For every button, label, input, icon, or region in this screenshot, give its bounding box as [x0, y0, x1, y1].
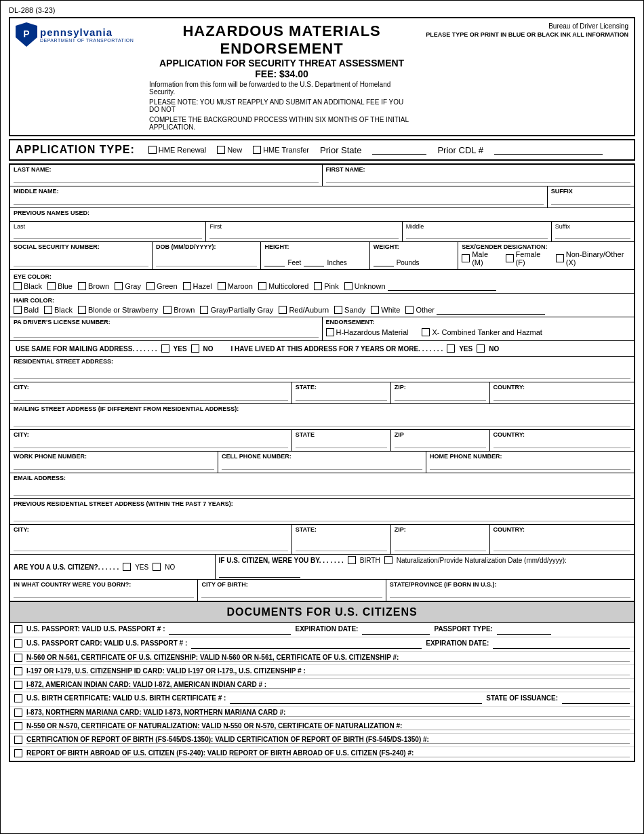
hair-black-checkbox[interactable] [44, 306, 52, 314]
endorsement-h-option[interactable]: H-Hazardous Material [326, 328, 409, 336]
dob-input[interactable] [156, 258, 257, 266]
citizen-no-checkbox[interactable] [153, 563, 161, 571]
eye-green-checkbox[interactable] [146, 282, 155, 290]
hair-sandy-checkbox[interactable] [334, 306, 342, 314]
hme-transfer-checkbox[interactable] [253, 146, 261, 154]
hair-other-field[interactable] [437, 305, 545, 315]
doc1-checkbox[interactable] [14, 625, 22, 633]
eye-unknown-option[interactable]: Unknown [344, 281, 496, 291]
eye-maroon-checkbox[interactable] [218, 282, 226, 290]
hair-red-checkbox[interactable] [279, 306, 287, 314]
male-checkbox[interactable] [462, 254, 470, 262]
hme-transfer-option[interactable]: HME Transfer [253, 146, 309, 154]
hair-white-option[interactable]: White [371, 306, 400, 314]
new-option[interactable]: New [217, 146, 242, 154]
eye-brown-checkbox[interactable] [78, 282, 86, 290]
mailing-yes-checkbox[interactable] [161, 344, 169, 353]
eye-gray-checkbox[interactable] [115, 282, 123, 290]
eye-maroon-option[interactable]: Maroon [218, 282, 253, 290]
naturalization-checkbox[interactable] [384, 556, 393, 564]
hair-bald-option[interactable]: Bald [14, 306, 39, 314]
hair-blonde-option[interactable]: Blonde or Strawberry [78, 306, 158, 314]
new-checkbox[interactable] [217, 146, 225, 154]
prev-city-input[interactable] [14, 542, 288, 551]
prev-middle-input[interactable] [406, 230, 548, 239]
lived-yes-checkbox[interactable] [447, 344, 455, 353]
eye-gray-option[interactable]: Gray [115, 282, 141, 290]
prev-country-input[interactable] [494, 542, 630, 551]
suffix-input[interactable] [551, 196, 630, 205]
doc10-checkbox[interactable] [14, 749, 22, 757]
hair-black-option[interactable]: Black [44, 306, 73, 314]
doc4-checkbox[interactable] [14, 667, 22, 675]
cell-phone-input[interactable] [222, 461, 422, 470]
doc1-exp-field[interactable] [362, 625, 430, 635]
hair-red-option[interactable]: Red/Auburn [279, 306, 329, 314]
eye-multicolored-option[interactable]: Multicolored [258, 282, 308, 290]
naturalization-date-field[interactable] [219, 568, 300, 578]
prev-first-input[interactable] [209, 230, 398, 239]
doc6-checkbox[interactable] [14, 694, 22, 702]
hair-brown-option[interactable]: Brown [163, 306, 195, 314]
hair-white-checkbox[interactable] [371, 306, 379, 314]
eye-unknown-field[interactable] [388, 281, 496, 291]
citizen-yes-checkbox[interactable] [123, 563, 131, 571]
email-input[interactable] [14, 487, 630, 496]
endorsement-x-option[interactable]: X- Combined Tanker and Hazmat [422, 328, 542, 336]
doc6-number-field[interactable] [230, 694, 482, 704]
feet-input[interactable] [264, 257, 285, 266]
mailing-state-input[interactable] [296, 439, 387, 448]
state-input[interactable] [296, 392, 387, 401]
hair-blonde-checkbox[interactable] [78, 306, 86, 314]
endorsement-h-checkbox[interactable] [326, 328, 334, 336]
prev-suffix-input[interactable] [555, 230, 630, 239]
eye-blue-checkbox[interactable] [47, 282, 56, 290]
doc3-checkbox[interactable] [14, 654, 22, 662]
endorsement-x-checkbox[interactable] [422, 328, 430, 336]
hme-renewal-checkbox[interactable] [148, 146, 157, 154]
hair-other-option[interactable]: Other [405, 305, 545, 315]
eye-green-option[interactable]: Green [146, 282, 178, 290]
work-phone-input[interactable] [14, 461, 214, 470]
eye-brown-option[interactable]: Brown [78, 282, 109, 290]
pa-license-input[interactable] [14, 329, 319, 338]
hair-gray-option[interactable]: Gray/Partially Gray [200, 306, 273, 314]
eye-black-option[interactable]: Black [14, 282, 42, 290]
hair-bald-checkbox[interactable] [14, 306, 22, 314]
weight-input[interactable] [374, 257, 394, 266]
female-checkbox[interactable] [506, 254, 514, 262]
doc5-checkbox[interactable] [14, 681, 22, 689]
hme-renewal-option[interactable]: HME Renewal [148, 146, 206, 154]
prev-residential-input[interactable] [14, 513, 630, 521]
first-name-input[interactable] [326, 174, 631, 183]
hair-brown-checkbox[interactable] [163, 306, 172, 314]
residential-address-input[interactable] [14, 370, 630, 379]
last-name-input[interactable] [14, 174, 319, 183]
prev-zip-input[interactable] [395, 542, 486, 551]
mailing-address-input[interactable] [14, 418, 630, 426]
doc1-type-field[interactable] [497, 625, 551, 635]
doc2-number-field[interactable] [191, 639, 422, 649]
doc2-exp-field[interactable] [493, 639, 630, 649]
male-option[interactable]: Male (M) [462, 250, 498, 266]
doc9-checkbox[interactable] [14, 736, 22, 744]
prev-last-input[interactable] [14, 230, 202, 239]
city-birth-input[interactable] [201, 589, 382, 598]
country-born-input[interactable] [14, 589, 194, 598]
prev-state-input[interactable] [296, 542, 387, 551]
doc1-number-field[interactable] [169, 625, 291, 635]
doc6-state-field[interactable] [562, 694, 630, 704]
non-binary-option[interactable]: Non-Binary/Other (X) [556, 250, 630, 266]
hair-other-checkbox[interactable] [405, 306, 414, 314]
zip-input[interactable] [395, 392, 486, 401]
eye-unknown-checkbox[interactable] [344, 282, 353, 290]
ssn-input[interactable] [14, 258, 148, 266]
city-input[interactable] [14, 392, 288, 401]
mailing-no-checkbox[interactable] [191, 344, 199, 353]
home-phone-input[interactable] [430, 461, 630, 470]
mailing-country-input[interactable] [494, 439, 630, 448]
eye-hazel-checkbox[interactable] [183, 282, 191, 290]
doc2-checkbox[interactable] [14, 639, 22, 648]
eye-pink-option[interactable]: Pink [314, 282, 338, 290]
hair-sandy-option[interactable]: Sandy [334, 306, 365, 314]
